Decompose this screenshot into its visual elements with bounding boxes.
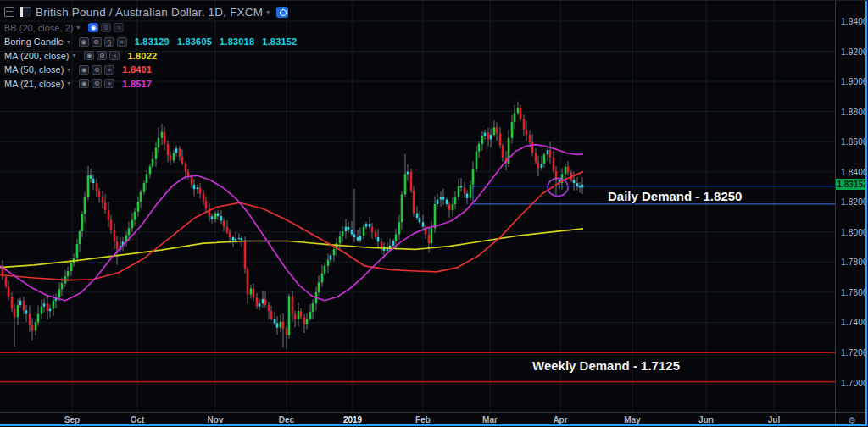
indicator-row: MA (50, close)▾◉⚙×1.8401 (4, 64, 304, 77)
last-price-badge: 1.83152 (836, 179, 868, 190)
price-axis[interactable]: 1.83152 1.940001.920001.900001.880001.86… (835, 1, 868, 412)
indicator-values: 1.8401 (122, 64, 159, 75)
indicator-buttons: ◉⚙{}× (79, 37, 130, 47)
indicator-values: 1.8022 (127, 51, 164, 61)
symbol-flag-icon (20, 7, 31, 17)
chevron-down-icon[interactable]: ▾ (67, 66, 70, 74)
chevron-down-icon[interactable]: ▾ (72, 52, 75, 59)
trading-chart-window: Daily Demand - 1.8250 Weekly Demand - 1.… (0, 0, 868, 427)
weekly-demand-label[interactable]: Weekly Demand - 1.7125 (532, 358, 680, 373)
indicator-value: 1.8022 (127, 51, 157, 61)
eye-icon[interactable]: ◉ (79, 65, 89, 75)
window-layout-icon[interactable] (4, 7, 14, 17)
indicator-buttons: ◉⚙× (88, 23, 126, 32)
close-icon[interactable]: × (117, 37, 127, 47)
price-axis-label: 1.70000 (841, 379, 868, 388)
close-icon[interactable]: × (104, 65, 114, 75)
time-axis-label: Feb (409, 415, 437, 424)
price-axis-label: 1.72000 (841, 348, 868, 358)
chart-pane[interactable]: Daily Demand - 1.8250 Weekly Demand - 1.… (0, 1, 835, 412)
eye-icon[interactable]: ◉ (79, 37, 89, 47)
time-axis-label: Apr (546, 415, 575, 424)
time-axis-label: Dec (272, 415, 301, 424)
time-axis-label: Oct (123, 415, 152, 424)
price-axis-label: 1.90000 (841, 77, 868, 86)
time-axis-label: Mar (476, 415, 504, 424)
gear-icon[interactable]: ⚙ (92, 79, 102, 88)
indicator-label[interactable]: BB (20, close, 2) (4, 23, 73, 33)
braces-icon[interactable]: {} (104, 37, 114, 47)
price-axis-label: 1.82000 (841, 197, 868, 207)
symbol-title-row[interactable]: British Pound / Australian Dollar, 1D, F… (4, 3, 304, 20)
time-axis-label: May (618, 415, 647, 424)
gear-icon[interactable]: ⚙ (97, 51, 107, 60)
price-axis-label: 1.80000 (841, 228, 868, 237)
indicator-label[interactable]: MA (21, close) (4, 79, 64, 89)
chevron-down-icon[interactable]: ▾ (67, 38, 70, 46)
indicator-row: BB (20, close, 2)▾◉⚙× (4, 21, 304, 35)
price-axis-label: 1.84000 (841, 168, 868, 177)
indicator-buttons: ◉⚙× (79, 65, 117, 75)
chevron-down-icon[interactable]: ▾ (67, 80, 70, 87)
time-axis-label: Sep (58, 415, 86, 424)
indicator-values: 1.831291.836051.830181.83152 (135, 36, 305, 47)
eye-icon[interactable]: ◉ (84, 51, 94, 60)
indicator-label[interactable]: MA (200, close) (4, 51, 69, 61)
gear-icon[interactable]: ⚙ (101, 23, 111, 32)
close-icon[interactable]: × (109, 51, 120, 60)
price-axis-label: 1.78000 (841, 258, 868, 267)
gear-icon[interactable]: ⚙ (92, 37, 102, 47)
camera-icon[interactable] (276, 7, 288, 18)
eye-icon[interactable]: ◉ (88, 23, 98, 32)
indicator-value: 1.83018 (220, 36, 254, 47)
indicator-label[interactable]: MA (50, close) (4, 64, 64, 75)
price-axis-label: 1.88000 (841, 108, 868, 117)
indicator-value: 1.8517 (122, 79, 152, 89)
ellipse-annotation[interactable] (548, 179, 568, 197)
indicator-row: MA (21, close)▾◉⚙×1.8517 (4, 77, 304, 91)
indicator-label[interactable]: Boring Candle (4, 36, 64, 47)
ma-line[interactable] (0, 229, 583, 268)
time-axis-label: 2019 (338, 415, 367, 424)
close-icon[interactable]: × (114, 23, 124, 32)
gear-icon[interactable]: ⚙ (92, 65, 102, 75)
chevron-down-icon[interactable]: ▾ (266, 8, 270, 16)
weekly-demand-zone[interactable] (0, 352, 835, 381)
price-axis-label: 1.86000 (841, 137, 868, 147)
indicator-value: 1.83129 (135, 36, 170, 47)
candles (2, 102, 584, 349)
time-axis-label: Nov (201, 415, 230, 424)
indicator-buttons: ◉⚙× (79, 79, 117, 88)
close-icon[interactable]: × (104, 79, 114, 88)
eye-icon[interactable]: ◉ (79, 79, 89, 88)
time-axis-label: Jul (760, 415, 788, 424)
legend: British Pound / Australian Dollar, 1D, F… (4, 3, 304, 91)
price-axis-label: 1.74000 (841, 318, 868, 327)
daily-demand-label[interactable]: Daily Demand - 1.8250 (608, 189, 742, 203)
price-axis-label: 1.76000 (841, 288, 868, 297)
indicator-values: 1.8517 (122, 79, 159, 89)
chevron-down-icon[interactable]: ▾ (76, 24, 80, 31)
indicator-value: 1.83605 (177, 36, 212, 47)
indicator-row: Boring Candle▾◉⚙{}×1.831291.836051.83018… (4, 36, 304, 49)
price-axis-label: 1.94000 (841, 17, 868, 26)
indicator-row: MA (200, close)▾◉⚙×1.8022 (4, 49, 304, 63)
time-axis-label: Jun (692, 415, 721, 424)
indicator-value: 1.8401 (122, 64, 152, 75)
indicator-value: 1.83152 (262, 36, 297, 47)
symbol-title[interactable]: British Pound / Australian Dollar, 1D, F… (36, 6, 263, 19)
indicator-rows: BB (20, close, 2)▾◉⚙×Boring Candle▾◉⚙{}×… (4, 21, 304, 91)
indicator-buttons: ◉⚙× (84, 51, 122, 60)
price-axis-label: 1.92000 (841, 47, 868, 57)
